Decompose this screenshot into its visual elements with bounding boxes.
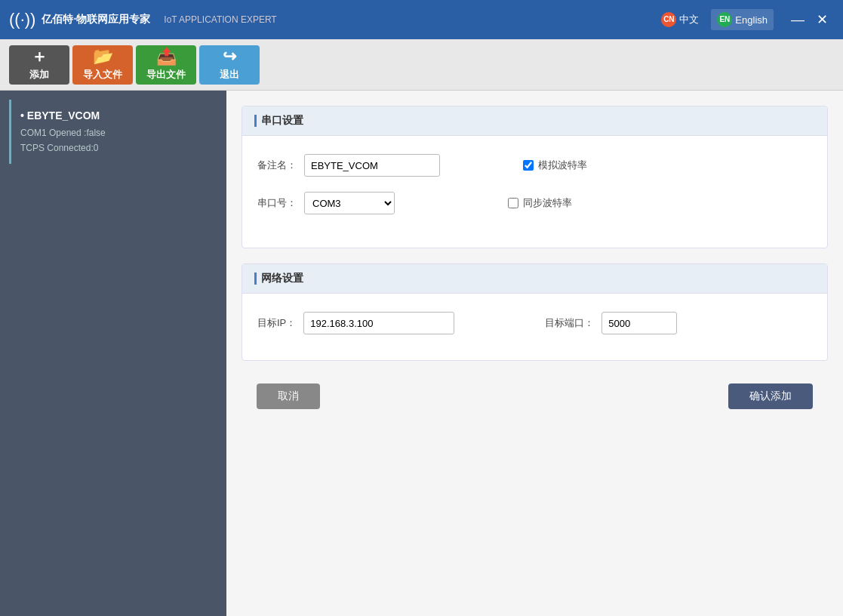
network-section-bar-icon [254, 273, 257, 285]
toolbar: ＋ 添加 📂 导入文件 📤 导出文件 ↪ 退出 [0, 39, 843, 91]
baud-sim-group: 模拟波特率 [523, 159, 587, 172]
network-section-header: 网络设置 [242, 264, 827, 294]
baud-sync-checkbox[interactable] [508, 198, 518, 208]
lang-en-label: English [735, 14, 768, 26]
baud-sim-checkbox[interactable] [523, 160, 534, 171]
logo-area: ((·)) 亿佰特·物联网应用专家 IoT APPLICATION EXPERT [9, 10, 655, 29]
close-icon: ✕ [817, 11, 828, 28]
device-name: • EBYTE_VCOM [20, 107, 211, 125]
port-select[interactable]: COM3 COM1 COM2 COM4 COM5 [304, 192, 395, 214]
quit-icon: ↪ [223, 48, 236, 65]
port-group: 串口号： COM3 COM1 COM2 COM4 COM5 [257, 192, 395, 214]
quit-label: 退出 [220, 68, 239, 82]
ip-input[interactable] [303, 312, 454, 334]
serial-section-title: 串口设置 [261, 114, 303, 128]
netport-group: 目标端口： [545, 312, 677, 334]
serial-row-2: 串口号： COM3 COM1 COM2 COM4 COM5 同步波特率 [257, 192, 812, 214]
close-button[interactable]: ✕ [810, 8, 834, 32]
baud-sync-label: 同步波特率 [523, 196, 572, 210]
brand-text: 亿佰特·物联网应用专家 [42, 13, 150, 26]
ip-group: 目标IP： [257, 312, 454, 334]
main-layout: • EBYTE_VCOM COM1 Opened :false TCPS Con… [0, 91, 843, 616]
cancel-button[interactable]: 取消 [257, 383, 320, 409]
device-item[interactable]: • EBYTE_VCOM COM1 Opened :false TCPS Con… [9, 100, 217, 164]
import-icon: 📂 [93, 48, 113, 65]
lang-area: CN 中文 EN English [655, 9, 774, 30]
netport-input[interactable] [601, 312, 677, 334]
export-button[interactable]: 📤 导出文件 [136, 45, 196, 85]
serial-section-body: 备注名： 模拟波特率 串口号： COM3 [242, 136, 827, 248]
section-bar-icon [254, 115, 257, 127]
minimize-button[interactable]: — [786, 8, 810, 32]
titlebar: ((·)) 亿佰特·物联网应用专家 IoT APPLICATION EXPERT… [0, 0, 843, 39]
confirm-button[interactable]: 确认添加 [728, 383, 813, 409]
network-section: 网络设置 目标IP： 目标端口： [242, 263, 828, 361]
lang-cn-label: 中文 [679, 13, 699, 26]
network-row: 目标IP： 目标端口： [257, 312, 812, 334]
baud-sim-checkbox-group: 模拟波特率 [523, 159, 587, 172]
device-bullet: • [20, 109, 27, 122]
import-button[interactable]: 📂 导入文件 [72, 45, 133, 85]
lang-cn-button[interactable]: CN 中文 [655, 9, 705, 30]
serial-row-1: 备注名： 模拟波特率 [257, 154, 812, 177]
alias-label: 备注名： [257, 159, 297, 172]
cn-badge: CN [661, 12, 676, 27]
baud-sync-checkbox-group: 同步波特率 [508, 196, 572, 210]
quit-button[interactable]: ↪ 退出 [199, 45, 260, 85]
serial-section-header: 串口设置 [242, 106, 827, 136]
add-label: 添加 [29, 68, 49, 82]
device-tcps: TCPS Connected:0 [20, 140, 211, 156]
subtitle: IoT APPLICATION EXPERT [164, 14, 276, 25]
network-section-title: 网络设置 [261, 272, 303, 285]
footer-buttons: 取消 确认添加 [242, 376, 828, 424]
content-area: 串口设置 备注名： 模拟波特率 [226, 91, 843, 616]
add-icon: ＋ [31, 48, 48, 65]
netport-label: 目标端口： [545, 316, 594, 330]
baud-sync-group: 同步波特率 [508, 196, 572, 210]
port-label: 串口号： [257, 196, 297, 210]
ip-label: 目标IP： [257, 316, 296, 330]
add-button[interactable]: ＋ 添加 [9, 45, 69, 85]
serial-section: 串口设置 备注名： 模拟波特率 [242, 106, 828, 248]
import-label: 导入文件 [83, 68, 122, 82]
export-icon: 📤 [156, 48, 177, 65]
minimize-icon: — [791, 12, 805, 28]
alias-input[interactable] [304, 154, 440, 177]
en-badge: EN [717, 12, 732, 27]
sidebar: • EBYTE_VCOM COM1 Opened :false TCPS Con… [0, 91, 226, 616]
baud-sim-label: 模拟波特率 [538, 159, 587, 172]
lang-en-button[interactable]: EN English [711, 9, 774, 30]
network-section-body: 目标IP： 目标端口： [242, 294, 827, 360]
logo-icon: ((·)) [9, 10, 35, 29]
export-label: 导出文件 [146, 68, 186, 82]
device-com: COM1 Opened :false [20, 125, 211, 140]
alias-group: 备注名： [257, 154, 440, 177]
